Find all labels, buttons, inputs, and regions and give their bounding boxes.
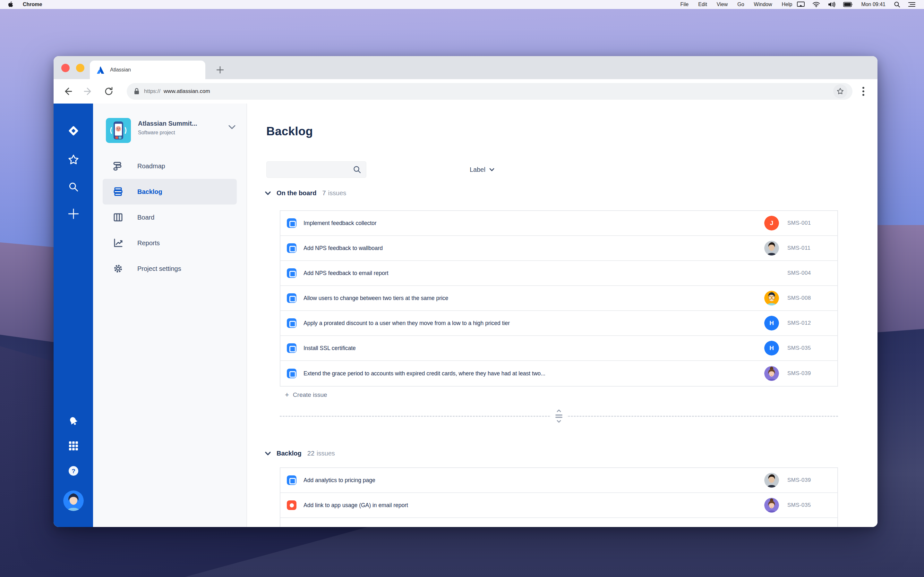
issue-assignee-avatar-photo-man[interactable] xyxy=(764,241,779,255)
assignee-avatar[interactable] xyxy=(435,161,451,178)
issue-key: SMS-035 xyxy=(787,502,830,508)
minimize-window-button[interactable] xyxy=(76,64,84,72)
back-button[interactable] xyxy=(61,84,75,98)
address-bar[interactable]: https:// www.atlassian.com xyxy=(127,83,853,100)
volume-icon[interactable] xyxy=(828,2,835,7)
menu-item-chrome[interactable]: Chrome xyxy=(16,2,675,7)
spotlight-icon[interactable] xyxy=(894,1,900,8)
apple-menu-icon[interactable] xyxy=(8,1,14,8)
issue-row[interactable]: Implement feedback collector J SMS-001 xyxy=(280,211,837,236)
tab-title: Atlassian xyxy=(110,67,131,73)
issue-row[interactable]: Add link to app usage (GA) in email repo… xyxy=(280,493,837,518)
url-host: www.atlassian.com xyxy=(164,88,210,95)
browser-tab[interactable]: Atlassian xyxy=(90,61,205,79)
new-tab-button[interactable] xyxy=(213,63,227,77)
issue-key: SMS-039 xyxy=(787,477,830,484)
issue-type-icon xyxy=(287,475,296,485)
sidebar-item-roadmap[interactable]: Roadmap xyxy=(103,153,237,179)
issue-row[interactable]: Add analytics to pricing page SMS-039 xyxy=(280,468,837,493)
issue-assignee-avatar-orange-man[interactable] xyxy=(764,291,779,306)
create-issue-label: Create issue xyxy=(293,392,327,398)
notifications-bell-icon[interactable] xyxy=(68,416,79,427)
assignee-avatar-stack xyxy=(378,161,451,178)
issue-title: Add NPS feedback to wallboard xyxy=(304,245,764,251)
sidebar-item-project-settings[interactable]: Project settings xyxy=(103,256,237,282)
issue-assignee-avatar-empty[interactable] xyxy=(764,266,779,280)
create-issue-button[interactable]: + Create issue xyxy=(285,391,327,399)
section-title: Backlog xyxy=(276,450,302,457)
issue-key: SMS-008 xyxy=(787,295,830,301)
section-collapse-chevron-icon[interactable] xyxy=(265,191,271,195)
bookmark-star-button[interactable] xyxy=(833,84,847,98)
board-section-header: On the board 7 issues xyxy=(265,189,346,197)
label-filter-dropdown[interactable]: Label xyxy=(470,166,494,173)
issue-row[interactable]: Allow users to change between two tiers … xyxy=(280,286,837,311)
issue-assignee-avatar-initial[interactable]: H xyxy=(764,341,779,356)
menu-item-edit[interactable]: Edit xyxy=(693,2,712,7)
sidebar-item-backlog[interactable]: Backlog xyxy=(103,179,237,205)
issue-title: Install SSL certificate xyxy=(304,345,764,351)
sprint-backlog-divider[interactable] xyxy=(280,416,838,417)
user-avatar[interactable] xyxy=(63,490,84,511)
issue-assignee-avatar-purple-woman[interactable] xyxy=(764,366,779,381)
menu-item-help[interactable]: Help xyxy=(777,2,797,7)
help-icon[interactable]: ? xyxy=(67,465,79,477)
menu-bar-clock[interactable]: Mon 09:41 xyxy=(861,2,886,7)
search-icon[interactable] xyxy=(68,181,79,193)
forward-button[interactable] xyxy=(81,84,95,98)
menu-item-view[interactable]: View xyxy=(712,2,732,7)
svg-text:?: ? xyxy=(71,468,75,474)
project-chevron-down-icon[interactable] xyxy=(228,125,236,131)
issue-type-icon xyxy=(287,268,296,278)
browser-window: Atlassian https:// www.atlassian.com xyxy=(53,56,877,527)
create-plus-icon[interactable] xyxy=(68,208,79,219)
issue-row-partial xyxy=(280,518,837,527)
issue-row[interactable]: Install SSL certificate H SMS-035 xyxy=(280,336,837,361)
project-switcher[interactable]: Atlassian Summit... Software project xyxy=(106,118,236,143)
menu-item-go[interactable]: Go xyxy=(732,2,749,7)
reload-button[interactable] xyxy=(102,84,116,98)
project-avatar xyxy=(106,118,131,143)
favorites-star-icon[interactable] xyxy=(67,153,79,166)
sidebar-item-reports[interactable]: Reports xyxy=(103,230,237,256)
issue-row[interactable]: Add NPS feedback to wallboard SMS-011 xyxy=(280,236,837,261)
issue-type-icon xyxy=(287,369,296,378)
backlog-search[interactable] xyxy=(266,161,367,178)
wifi-icon[interactable] xyxy=(813,2,820,7)
browser-toolbar: https:// www.atlassian.com xyxy=(53,79,877,103)
browser-menu-button[interactable] xyxy=(857,85,870,98)
project-type: Software project xyxy=(138,130,197,135)
battery-icon[interactable] xyxy=(843,2,853,7)
issue-row[interactable]: Apply a prorated discount to a user when… xyxy=(280,311,837,336)
jira-logo-icon[interactable] xyxy=(66,123,81,138)
search-input[interactable] xyxy=(272,166,353,173)
issue-assignee-avatar-purple-woman[interactable] xyxy=(764,498,779,513)
issue-key: SMS-035 xyxy=(787,345,830,351)
desktop: Chrome File Edit View Go Window Help Mon… xyxy=(0,0,924,577)
issue-row[interactable]: Extend the grace period to accounts with… xyxy=(280,361,837,386)
menu-item-window[interactable]: Window xyxy=(749,2,777,7)
roadmap-icon xyxy=(112,160,124,172)
close-window-button[interactable] xyxy=(61,64,69,72)
search-icon xyxy=(353,165,361,174)
issue-row[interactable]: Add NPS feedback to email report SMS-004 xyxy=(280,261,837,286)
app-switcher-grid-icon[interactable] xyxy=(68,440,79,451)
atlassian-favicon-icon xyxy=(96,66,105,74)
divider-drag-handle-icon[interactable] xyxy=(551,409,567,423)
issue-assignee-avatar-initial[interactable]: H xyxy=(764,316,779,330)
issue-type-icon xyxy=(287,318,296,328)
section-issue-count-label: issues xyxy=(328,189,347,197)
macos-menu-bar: Chrome File Edit View Go Window Help Mon… xyxy=(0,0,924,9)
screen-mirroring-icon[interactable] xyxy=(797,2,804,7)
section-collapse-chevron-icon[interactable] xyxy=(265,452,271,456)
issue-type-icon xyxy=(287,293,296,303)
issue-type-icon xyxy=(287,243,296,253)
project-sidebar: Atlassian Summit... Software project Roa… xyxy=(93,103,247,527)
issue-assignee-avatar-photo-man[interactable] xyxy=(764,473,779,488)
issue-title: Apply a prorated discount to a user when… xyxy=(304,320,764,327)
menu-item-file[interactable]: File xyxy=(675,2,693,7)
control-center-icon[interactable] xyxy=(908,2,916,7)
section-issue-count-label: issues xyxy=(317,450,335,457)
sidebar-item-board[interactable]: Board xyxy=(103,205,237,230)
issue-assignee-avatar-initial[interactable]: J xyxy=(764,216,779,230)
